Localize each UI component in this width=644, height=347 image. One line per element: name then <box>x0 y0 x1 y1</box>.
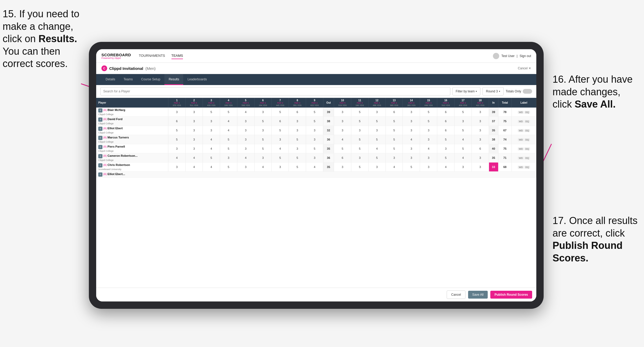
totals-toggle-switch[interactable] <box>523 89 532 94</box>
nav-tournaments[interactable]: TOURNAMENTS <box>139 53 165 59</box>
score-hole-3[interactable]: 4 <box>203 163 220 172</box>
score-hole-12[interactable]: 3 <box>368 163 386 172</box>
score-hole-17[interactable]: 5 <box>455 144 472 153</box>
score-hole-12[interactable]: 5 <box>368 153 386 163</box>
score-hole-5[interactable]: 3 <box>237 126 254 135</box>
score-hole-4[interactable]: 5 <box>220 108 237 117</box>
score-hole-14[interactable]: 5 <box>403 163 420 172</box>
score-hole-15[interactable]: 3 <box>420 135 437 144</box>
score-hole-11[interactable]: 5 <box>351 108 368 117</box>
score-hole-17[interactable]: 5 <box>455 108 472 117</box>
score-hole-13[interactable]: 5 <box>386 126 403 135</box>
search-input[interactable] <box>100 87 450 96</box>
score-hole-3[interactable]: 4 <box>203 135 220 144</box>
tab-leaderboards[interactable]: Leaderboards <box>183 74 211 85</box>
score-hole-7[interactable]: 5 <box>272 153 289 163</box>
score-hole-16[interactable]: 6 <box>437 126 455 135</box>
score-hole-6[interactable]: 3 <box>254 108 272 117</box>
score-hole-6[interactable]: 3 <box>254 153 272 163</box>
filter-by-team-button[interactable]: Filter by team ▾ <box>452 87 481 96</box>
cancel-button[interactable]: Cancel <box>447 290 465 299</box>
score-hole-16[interactable]: 6 <box>437 117 455 126</box>
score-hole-11[interactable]: 5 <box>351 117 368 126</box>
score-hole-8[interactable]: 3 <box>289 126 306 135</box>
score-hole-4[interactable]: 4 <box>220 117 237 126</box>
score-hole-6[interactable]: 5 <box>254 144 272 153</box>
score-hole-18[interactable]: 3 <box>472 135 489 144</box>
score-hole-2[interactable]: 3 <box>186 108 203 117</box>
score-hole-7[interactable]: 5 <box>272 108 289 117</box>
score-hole-10[interactable]: 3 <box>334 117 351 126</box>
score-hole-11[interactable]: 5 <box>351 144 368 153</box>
round-selector-button[interactable]: Round 3 ▾ <box>482 87 503 96</box>
score-hole-16[interactable]: 3 <box>437 144 455 153</box>
score-hole-5[interactable]: 4 <box>237 153 254 163</box>
tab-teams[interactable]: Teams <box>119 74 137 85</box>
score-hole-16[interactable]: 5 <box>437 135 455 144</box>
score-hole-13[interactable]: 5 <box>386 117 403 126</box>
score-hole-6[interactable]: 4 <box>254 163 272 172</box>
score-hole-5[interactable]: 3 <box>237 117 254 126</box>
score-hole-15[interactable]: 5 <box>420 108 437 117</box>
nav-teams[interactable]: TEAMS <box>171 53 183 59</box>
score-hole-18[interactable]: 3 <box>472 126 489 135</box>
score-hole-10[interactable]: 6 <box>334 153 351 163</box>
score-hole-7[interactable]: 4 <box>272 144 289 153</box>
player-name[interactable]: David Ford <box>107 117 122 121</box>
score-hole-4[interactable]: 5 <box>220 163 237 172</box>
score-hole-7[interactable]: 6 <box>272 117 289 126</box>
score-hole-8[interactable]: 5 <box>289 135 306 144</box>
score-hole-10[interactable]: 4 <box>334 135 351 144</box>
score-hole-12[interactable]: 3 <box>368 126 386 135</box>
score-hole-1[interactable]: 3 <box>168 144 186 153</box>
score-hole-14[interactable]: 4 <box>403 135 420 144</box>
score-hole-6[interactable]: 5 <box>254 135 272 144</box>
tab-results[interactable]: Results <box>164 74 183 85</box>
score-hole-3[interactable]: 5 <box>203 108 220 117</box>
tab-details[interactable]: Details <box>101 74 119 85</box>
player-name[interactable]: Chris Robertson <box>107 163 130 166</box>
score-hole-16[interactable]: 6 <box>437 108 455 117</box>
score-hole-10[interactable]: 3 <box>334 108 351 117</box>
score-hole-2[interactable]: 4 <box>186 153 203 163</box>
score-hole-9[interactable]: 3 <box>306 153 323 163</box>
score-hole-12[interactable]: 4 <box>368 144 386 153</box>
score-hole-16[interactable]: 5 <box>437 153 455 163</box>
score-hole-15[interactable]: 3 <box>420 163 437 172</box>
score-hole-1[interactable]: 6 <box>168 117 186 126</box>
score-hole-7[interactable]: 3 <box>272 163 289 172</box>
score-hole-2[interactable]: 3 <box>186 117 203 126</box>
score-hole-2[interactable]: 4 <box>186 163 203 172</box>
score-hole-17[interactable]: 4 <box>455 135 472 144</box>
score-hole-13[interactable]: 5 <box>386 144 403 153</box>
score-hole-2[interactable]: 3 <box>186 135 203 144</box>
score-hole-3[interactable]: 5 <box>203 153 220 163</box>
player-name[interactable]: Cameron Robertson... <box>107 154 137 157</box>
score-hole-17[interactable]: 3 <box>455 163 472 172</box>
score-hole-9[interactable]: 3 <box>306 135 323 144</box>
player-name[interactable]: Marcus Turners <box>107 136 129 139</box>
score-hole-8[interactable]: 5 <box>289 153 306 163</box>
score-hole-4[interactable]: 5 <box>220 144 237 153</box>
score-hole-11[interactable]: 3 <box>351 153 368 163</box>
score-hole-11[interactable]: 3 <box>351 126 368 135</box>
tournament-cancel[interactable]: Cancel ✕ <box>518 66 531 70</box>
score-hole-1[interactable]: 3 <box>168 163 186 172</box>
score-hole-5[interactable]: 4 <box>237 108 254 117</box>
score-hole-15[interactable]: 4 <box>420 144 437 153</box>
score-hole-2[interactable]: 3 <box>186 144 203 153</box>
score-hole-1[interactable]: 4 <box>168 153 186 163</box>
score-hole-9[interactable]: 4 <box>306 163 323 172</box>
save-all-button[interactable]: Save All <box>468 291 488 299</box>
score-hole-4[interactable]: 3 <box>220 153 237 163</box>
score-hole-11[interactable]: 5 <box>351 163 368 172</box>
score-hole-12[interactable]: 5 <box>368 135 386 144</box>
score-hole-17[interactable]: 4 <box>455 153 472 163</box>
score-hole-18[interactable]: 3 <box>472 117 489 126</box>
score-hole-8[interactable]: 3 <box>289 144 306 153</box>
score-hole-3[interactable]: 4 <box>203 144 220 153</box>
score-hole-6[interactable]: 5 <box>254 117 272 126</box>
publish-round-scores-button[interactable]: Publish Round Scores <box>490 291 532 299</box>
score-hole-10[interactable]: 5 <box>334 144 351 153</box>
score-hole-16[interactable]: 4 <box>437 163 455 172</box>
